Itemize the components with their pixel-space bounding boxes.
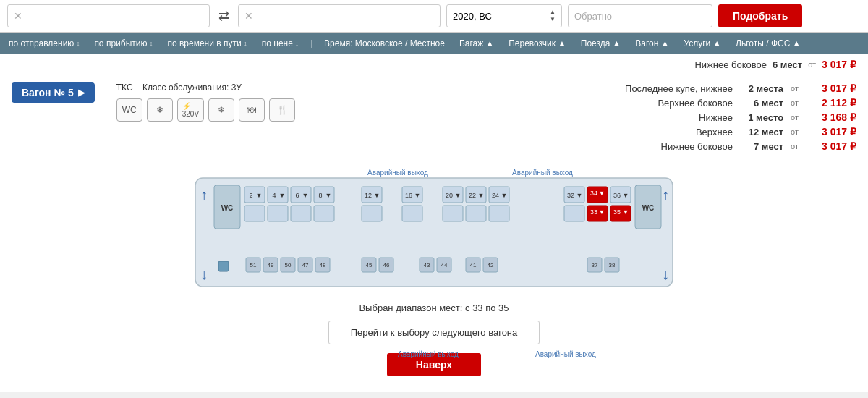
sort-arrival-icon: ↕ xyxy=(149,40,153,48)
to-search-box[interactable]: ✕ xyxy=(238,4,441,27)
carrier-filter[interactable]: Перевозчик ▲ xyxy=(501,38,574,48)
carrier-label: Перевозчик xyxy=(509,38,556,48)
wagon-section: Вагон № 5 ▶ ТКС Класс обслуживания: 3У W… xyxy=(0,75,868,392)
sort-by-price[interactable]: по цене ↕ xyxy=(255,38,306,48)
svg-text:▼: ▼ xyxy=(599,190,605,197)
to-input[interactable] xyxy=(258,11,434,22)
food-amenity: 🍴 xyxy=(269,98,295,122)
svg-text:▼: ▼ xyxy=(623,208,629,216)
wagon-info: ТКС Класс обслуживания: 3У WC ❄ ⚡320V ❄ … xyxy=(116,82,295,122)
sort-time-icon: ↕ xyxy=(244,40,247,48)
sort-by-departure[interactable]: по отправлению ↕ xyxy=(9,38,87,48)
lower-price: Нижнее 1 место от 3 168 ₽ xyxy=(625,111,856,123)
upper-side-from: от xyxy=(791,98,799,107)
svg-text:12: 12 xyxy=(365,192,372,199)
upper-amount: 3 017 ₽ xyxy=(806,126,856,137)
emergency-exit-2-label: Аварийный выход xyxy=(535,350,596,358)
tks-label: ТКС xyxy=(116,82,133,93)
date-up-icon[interactable]: ▲ xyxy=(550,9,556,16)
from-close-icon[interactable]: ✕ xyxy=(14,10,22,22)
upper-label: Верхнее xyxy=(696,127,733,137)
trains-filter[interactable]: Поезда ▲ xyxy=(574,38,629,48)
benefits-filter[interactable]: Льготы / ФСС ▲ xyxy=(728,38,808,48)
lower-label: Нижнее xyxy=(699,112,733,123)
benefits-icon: ▲ xyxy=(792,38,801,48)
baggage-filter[interactable]: Багаж ▲ xyxy=(452,38,501,48)
services-icon: ▲ xyxy=(712,38,721,48)
svg-text:24: 24 xyxy=(492,192,499,199)
side-lower-summary: Нижнее боковое 6 мест от 3 017 ₽ xyxy=(694,59,856,70)
svg-text:▼: ▼ xyxy=(478,192,485,199)
lower-side-amount: 3 017 ₽ xyxy=(806,140,856,152)
svg-text:WC: WC xyxy=(221,204,234,212)
lower-amount: 3 168 ₽ xyxy=(806,111,856,123)
side-lower-amount: 3 017 ₽ xyxy=(822,59,856,70)
side-lower-from: от xyxy=(808,60,816,69)
sort-by-travel-time[interactable]: по времени в пути ↕ xyxy=(160,38,254,48)
lower-from: от xyxy=(791,113,799,122)
upper-side-label: Верхнее боковое xyxy=(658,98,733,109)
search-button[interactable]: Подобрать xyxy=(718,4,802,27)
sort-arrival-label: по прибытию xyxy=(94,38,147,48)
svg-text:48: 48 xyxy=(320,262,326,268)
svg-rect-47 xyxy=(268,206,288,221)
svg-rect-48 xyxy=(291,206,311,221)
svg-text:16: 16 xyxy=(405,192,412,199)
wagon-arrow-icon: ▶ xyxy=(78,88,85,98)
trains-label: Поезда xyxy=(581,38,610,48)
svg-text:▼: ▼ xyxy=(455,192,461,199)
wagon-prices: Последнее купе, нижнее 2 места от 3 017 … xyxy=(625,82,856,152)
trains-icon: ▲ xyxy=(612,38,621,48)
date-selector[interactable]: 2020, ВС ▲ ▼ xyxy=(446,4,562,27)
wagon-filter[interactable]: Вагон ▲ xyxy=(628,38,676,48)
svg-text:44: 44 xyxy=(441,262,448,268)
upper-side-amount: 2 112 ₽ xyxy=(806,97,856,109)
svg-text:▼: ▼ xyxy=(599,208,605,216)
date-down-icon[interactable]: ▼ xyxy=(550,16,556,23)
next-wagon-button[interactable]: Перейти к выбору следующего вагона xyxy=(328,321,540,344)
svg-rect-53 xyxy=(466,206,486,221)
wagon-header: Вагон № 5 ▶ ТКС Класс обслуживания: 3У W… xyxy=(12,82,856,152)
svg-text:35: 35 xyxy=(613,208,621,216)
side-lower-count: 6 мест xyxy=(773,59,802,70)
seat-map-container: Аварийный выход Аварийный выход Аварийны… xyxy=(12,164,856,294)
time-zone-filter[interactable]: Время: Московское / Местное xyxy=(317,38,452,48)
svg-rect-51 xyxy=(402,206,422,221)
wc-amenity: WC xyxy=(116,98,142,122)
return-date-placeholder: Обратно xyxy=(574,11,612,22)
date-stepper[interactable]: ▲ ▼ xyxy=(550,9,556,22)
filter-bar: по отправлению ↕ по прибытию ↕ по времен… xyxy=(0,33,868,54)
svg-text:▼: ▼ xyxy=(326,192,332,199)
class-label: Класс обслуживания: 3У xyxy=(142,82,242,93)
svg-text:▼: ▼ xyxy=(302,192,309,199)
svg-text:4: 4 xyxy=(272,192,276,199)
power-amenity: ⚡320V xyxy=(177,98,204,122)
last-coupe-lower-label: Последнее купе, нижнее xyxy=(625,83,733,94)
svg-text:↑: ↑ xyxy=(200,187,208,203)
svg-rect-55 xyxy=(564,206,584,221)
return-date-box[interactable]: Обратно xyxy=(568,4,712,27)
to-close-icon[interactable]: ✕ xyxy=(244,10,253,22)
wagon-number-button[interactable]: Вагон № 5 ▶ xyxy=(12,82,95,103)
sort-by-arrival[interactable]: по прибытию ↕ xyxy=(87,38,160,48)
upper-count: 12 мест xyxy=(740,127,783,137)
services-filter[interactable]: Услуги ▲ xyxy=(676,38,728,48)
svg-text:▼: ▼ xyxy=(374,192,380,199)
seat-map-svg: Аварийный выход Аварийный выход ↑ ↓ ↑ ↓ … xyxy=(174,164,694,294)
swap-direction-icon[interactable]: ⇄ xyxy=(216,8,232,24)
from-input[interactable] xyxy=(27,11,203,22)
from-search-box[interactable]: ✕ xyxy=(7,4,210,27)
sort-time-label: по времени в пути xyxy=(167,38,241,48)
svg-text:47: 47 xyxy=(302,262,309,268)
last-coupe-lower-amount: 3 017 ₽ xyxy=(806,82,856,94)
svg-text:▼: ▼ xyxy=(256,192,263,199)
top-bar: ✕ ⇄ ✕ 2020, ВС ▲ ▼ Обратно Подобрать xyxy=(0,0,868,33)
baggage-icon: ▲ xyxy=(485,38,494,48)
svg-text:▼: ▼ xyxy=(414,192,421,199)
svg-text:32: 32 xyxy=(567,192,574,199)
wagon-filter-icon: ▲ xyxy=(660,38,669,48)
svg-text:42: 42 xyxy=(488,262,494,268)
svg-text:↓: ↓ xyxy=(662,266,669,282)
svg-text:▼: ▼ xyxy=(576,192,583,199)
sort-price-icon: ↕ xyxy=(295,40,299,48)
